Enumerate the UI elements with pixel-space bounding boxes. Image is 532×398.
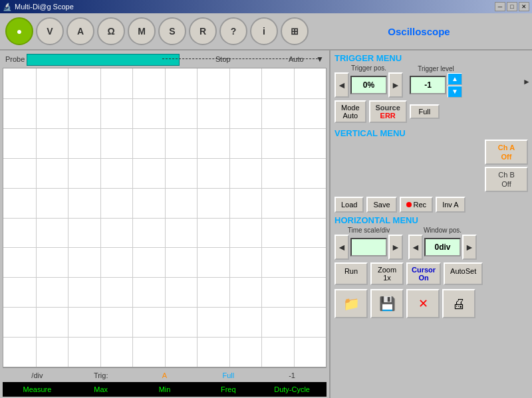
scope-grid[interactable] (3, 68, 327, 367)
trig-level-down-btn[interactable]: ▼ (448, 86, 462, 98)
window-pos-right-btn[interactable]: ► (462, 235, 477, 260)
trig-pos-controls: ◄ 0% ► (334, 72, 403, 98)
print-button[interactable]: 🖨 (442, 289, 475, 318)
time-scale-group: Time scale/div ◄ ► (334, 227, 403, 260)
ch-a-button[interactable]: Ch A Off (485, 140, 528, 165)
zoom-label: Zoom (378, 266, 396, 274)
grid-v-7 (229, 68, 230, 367)
ch-a-value: Off (501, 152, 512, 161)
dashed-line (162, 58, 321, 59)
channel-row: Ch A Off (334, 140, 528, 165)
save-icon: 💾 (379, 296, 396, 312)
help-button[interactable]: ? (219, 17, 247, 45)
time-scale-right-btn[interactable]: ► (388, 235, 403, 260)
time-scale-value (350, 238, 387, 256)
window-pos-value: 0div (424, 238, 461, 256)
info-button[interactable]: i (250, 17, 278, 45)
delete-icon: ✕ (418, 296, 428, 311)
auto-label: Auto (289, 55, 304, 63)
save-button[interactable]: Save (366, 197, 396, 213)
autoset-button[interactable]: AutoSet (444, 262, 483, 285)
title-bar: 🔬 Multi-Di@g Scope ─ □ ✕ (0, 0, 532, 13)
vertical-menu-title: VERTICAL MENU (334, 128, 528, 138)
grid-v-4 (132, 68, 133, 367)
grid-v-3 (100, 68, 101, 367)
save-file-button[interactable]: 💾 (370, 289, 404, 318)
trig-level-label: Trigger level (418, 65, 454, 72)
bottom-controls: Load Save Rec Inv A (334, 197, 528, 213)
trig-pos-label: Trigger pos. (351, 64, 386, 72)
ch-b-label: Ch B (498, 170, 514, 179)
ohm-button[interactable]: Ω (97, 17, 125, 45)
time-scale-label: Time scale/div (348, 227, 390, 234)
scope-measure-bar: Measure Max Min Freq Duty-Cycle (3, 382, 327, 397)
title-bar-left: 🔬 Multi-Di@g Scope (3, 3, 74, 11)
trig-pos-left-btn[interactable]: ◄ (334, 72, 349, 98)
trigger-level-group: Trigger level -1 ▲ ▼ (410, 65, 462, 98)
measure-duty: Duty-Cycle (260, 385, 324, 393)
zoom-value: 1x (383, 274, 391, 282)
full-button[interactable]: Full (410, 104, 440, 119)
print-icon: 🖨 (452, 296, 466, 312)
rec-button[interactable]: Rec (400, 197, 434, 213)
cursor-value: On (418, 274, 428, 282)
load-button[interactable]: Load (334, 197, 364, 213)
window-title: Multi-Di@g Scope (15, 3, 74, 11)
rec-dot (406, 202, 412, 207)
grid-v-8 (261, 68, 262, 367)
zoom-button[interactable]: Zoom 1x (370, 262, 404, 285)
mode-label: Mode (341, 104, 360, 112)
source-button[interactable]: Source ERR (369, 100, 407, 123)
minimize-button[interactable]: ─ (495, 2, 505, 11)
trig-pos-right-btn[interactable]: ► (388, 72, 403, 98)
amp-button[interactable]: A (66, 17, 94, 45)
file-buttons: 📁 💾 ✕ 🖨 (334, 289, 528, 318)
cursor-button[interactable]: Cursor On (406, 262, 441, 285)
run-button[interactable]: Run (334, 262, 368, 285)
status-trig-ch: A (133, 371, 197, 379)
scope-area: Probe Stop Auto ▼ (0, 50, 329, 398)
maximize-button[interactable]: □ (507, 2, 517, 11)
trig-level-up-btn[interactable]: ▲ (448, 73, 462, 85)
time-scale-left-btn[interactable]: ◄ (334, 235, 349, 260)
app-icon: 🔬 (3, 3, 12, 11)
delete-file-button[interactable]: ✕ (406, 289, 440, 318)
volt-button[interactable]: V (36, 17, 64, 45)
title-bar-controls: ─ □ ✕ (495, 2, 529, 11)
horizontal-menu: HORIZONTAL MENU Time scale/div ◄ ► Windo… (334, 215, 528, 260)
scope-arrow: ▼ (316, 54, 324, 64)
trig-level-controls: -1 ▲ ▼ (410, 73, 462, 98)
mode-value: Auto (342, 112, 358, 120)
status-trig-mode: Full (196, 371, 260, 379)
cursor-label: Cursor (412, 266, 436, 274)
close-button[interactable]: ✕ (519, 2, 529, 11)
ch-b-value: Off (501, 179, 511, 189)
channel-b-row: Ch B Off (334, 167, 528, 192)
trig-pos-value: 0% (350, 76, 387, 94)
stop-label: Stop (215, 55, 231, 63)
scope-header: Probe Stop Auto ▼ (3, 52, 327, 66)
action-buttons: Run Zoom 1x Cursor On AutoSet (334, 262, 528, 285)
r-button[interactable]: R (189, 17, 217, 45)
trigger-pos-group: Trigger pos. ◄ 0% ► (334, 64, 403, 98)
grid-lines (3, 68, 326, 367)
mode-button[interactable]: Mode Auto (334, 100, 366, 123)
measure-label: Measure (5, 385, 69, 393)
measure-freq: Freq (196, 385, 260, 393)
trigger-mode-row: Mode Auto Source ERR Full (334, 100, 528, 123)
s-button[interactable]: S (158, 17, 186, 45)
inv-a-button[interactable]: Inv A (436, 197, 465, 213)
grid-v-5 (165, 68, 166, 367)
m-button[interactable]: M (128, 17, 156, 45)
status-trig-value: -1 (260, 371, 324, 379)
trigger-menu: TRIGGER MENU Trigger pos. ◄ 0% ► Trigger… (334, 53, 528, 126)
measure-max: Max (69, 385, 133, 393)
trig-level-ud: ▲ ▼ (448, 73, 462, 98)
window-pos-left-btn[interactable]: ◄ (408, 235, 423, 260)
ch-b-button[interactable]: Ch B Off (485, 167, 528, 192)
folder-icon: 📁 (343, 296, 360, 312)
power-button[interactable]: ● (5, 17, 33, 45)
right-scroll-arrow[interactable]: ► (523, 77, 531, 86)
grid-button[interactable]: ⊞ (281, 17, 309, 45)
open-file-button[interactable]: 📁 (334, 289, 368, 318)
